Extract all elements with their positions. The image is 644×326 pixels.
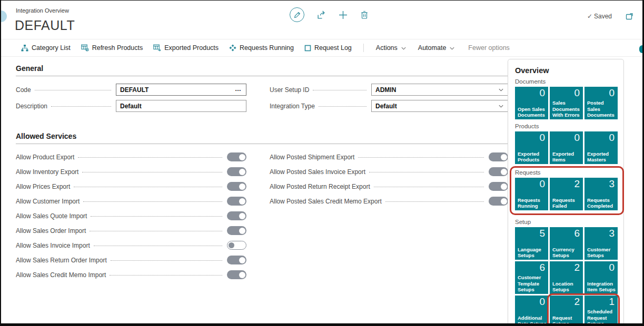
header-action-icons xyxy=(290,7,369,22)
integration-type-select[interactable]: Default xyxy=(371,100,508,112)
tile-customer-template-setups[interactable]: 6Customer Template Setups xyxy=(515,261,548,294)
description-field[interactable]: Default xyxy=(116,100,246,112)
tile-exported-items[interactable]: 0Exported Items xyxy=(550,131,583,164)
tile-currency-setups[interactable]: 6Currency Setups xyxy=(550,227,583,260)
tile-requests-failed[interactable]: 2Requests Failed xyxy=(550,178,583,210)
tile-value: 0 xyxy=(609,132,615,144)
integration-type-field-row: Integration Type Default xyxy=(270,100,508,112)
toggle-allow-posted-return-receipt-export[interactable] xyxy=(489,182,508,191)
toggle-allow-posted-sales-credit-memo-export[interactable] xyxy=(489,197,508,206)
menu-actions[interactable]: Actions xyxy=(370,42,412,54)
action-menus: ActionsAutomate xyxy=(370,42,461,54)
toggle-allow-posted-sales-invoice-export[interactable] xyxy=(489,167,508,176)
tile-additional-data-setups[interactable]: 0Additional Data Setups xyxy=(515,296,548,326)
service-row-allow-posted-sales-invoice-export: Allow Posted Sales Invoice Export xyxy=(270,167,508,176)
breadcrumb[interactable]: Integration Overview xyxy=(16,7,69,14)
tile-scheduled-request-setups[interactable]: 1Scheduled Request Setups xyxy=(584,296,618,326)
toggle-allow-sales-quote-import[interactable] xyxy=(227,211,246,220)
chevron-down-icon xyxy=(401,45,407,51)
general-fields: Code DEFAULT … Description Default xyxy=(16,84,514,116)
integration-type-label: Integration Type xyxy=(270,103,319,110)
tile-label: Requests Failed xyxy=(552,197,582,209)
service-label: Allow Sales Order Import xyxy=(16,227,90,235)
menu-automate[interactable]: Automate xyxy=(412,42,461,54)
toggle-allow-sales-order-import[interactable] xyxy=(227,226,246,235)
action-request-log[interactable]: Request Log xyxy=(299,42,357,54)
popout-icon[interactable] xyxy=(626,12,634,21)
tile-value: 0 xyxy=(539,132,545,144)
tile-location-setups[interactable]: 2Location Setups xyxy=(550,261,583,294)
check-icon: ✓ xyxy=(587,13,592,20)
service-label: Allow Posted Return Receipt Export xyxy=(270,183,374,190)
action-exported-products[interactable]: Exported Products xyxy=(148,42,224,54)
toggle-allow-inventory-export[interactable] xyxy=(227,167,246,176)
general-section-heading[interactable]: General xyxy=(16,64,514,76)
tile-exported-products[interactable]: 0Exported Products xyxy=(515,131,548,164)
add-new-icon[interactable] xyxy=(339,11,348,19)
tile-value: 0 xyxy=(609,262,615,273)
toggle-allow-product-export[interactable] xyxy=(227,152,246,161)
user-setup-id-label: User Setup ID xyxy=(270,86,313,94)
description-label: Description xyxy=(16,103,51,110)
service-label: Allow Sales Credit Memo Import xyxy=(16,271,110,279)
tile-label: Request Setups xyxy=(552,315,582,326)
service-row-allow-sales-order-import: Allow Sales Order Import xyxy=(16,226,246,235)
tile-value: 0 xyxy=(539,296,545,308)
tile-request-setups[interactable]: 2Request Setups xyxy=(550,296,583,326)
integration-overview-window: Integration Overview DEFAULT ✓ Saved xyxy=(0,0,644,326)
main-form: General Code DEFAULT … Description Defau… xyxy=(16,57,514,285)
toggle-allow-sales-credit-memo-import[interactable] xyxy=(227,270,246,279)
service-label: Allow Product Export xyxy=(16,154,78,161)
tile-value: 2 xyxy=(574,262,580,273)
code-field[interactable]: DEFAULT … xyxy=(116,84,246,96)
tile-customer-setups[interactable]: 3Customer Setups xyxy=(584,227,618,260)
action-category-list[interactable]: Category List xyxy=(16,42,76,54)
toggle-allow-sales-return-order-import[interactable] xyxy=(227,256,246,264)
tile-exported-masters[interactable]: 0Exported Masters xyxy=(584,131,618,164)
tile-value: 1 xyxy=(609,296,615,308)
tile-label: Scheduled Request Setups xyxy=(587,309,617,326)
code-label: Code xyxy=(16,86,35,94)
tile-posted-sales-documents[interactable]: 0Posted Sales Documents xyxy=(584,87,618,119)
code-field-row: Code DEFAULT … xyxy=(16,84,246,96)
toggle-allow-customer-import[interactable] xyxy=(227,197,246,206)
allowed-services-section-heading[interactable]: Allowed Services xyxy=(16,132,514,144)
tile-label: Customer Setups xyxy=(587,247,617,258)
action-label: Request Log xyxy=(314,44,352,52)
service-label: Allow Sales Return Order Import xyxy=(16,257,111,264)
tile-value: 0 xyxy=(574,87,580,99)
action-label: Requests Running xyxy=(240,44,294,52)
delete-icon[interactable] xyxy=(360,11,369,19)
group-label: Products xyxy=(515,123,620,129)
fewer-options-button[interactable]: Fewer options xyxy=(463,42,515,54)
toggle-allow-posted-shipment-export[interactable] xyxy=(489,152,508,161)
action-refresh-products[interactable]: Refresh Products xyxy=(76,42,148,54)
tile-label: Currency Setups xyxy=(552,247,582,258)
action-requests-running[interactable]: Requests Running xyxy=(224,42,299,54)
tile-value: 3 xyxy=(609,178,615,190)
edit-pencil-icon[interactable] xyxy=(290,7,304,22)
tile-language-setups[interactable]: 5Language Setups xyxy=(515,227,548,260)
share-icon[interactable] xyxy=(317,11,326,19)
tile-requests-running[interactable]: 0Requests Running xyxy=(515,178,548,210)
tile-value: 2 xyxy=(574,296,580,308)
toggle-allow-sales-invoice-import[interactable] xyxy=(227,241,246,250)
toggle-allow-prices-export[interactable] xyxy=(227,182,246,191)
tile-sales-documents-with-errors[interactable]: 0Sales Documents With Errors xyxy=(550,87,583,119)
user-setup-id-select[interactable]: ADMIN xyxy=(371,84,508,96)
service-row-allow-posted-return-receipt-export: Allow Posted Return Receipt Export xyxy=(270,182,508,191)
menu-label: Automate xyxy=(418,44,447,52)
service-label: Allow Sales Quote Import xyxy=(16,212,91,220)
service-label: Allow Posted Shipment Export xyxy=(270,154,358,161)
tile-integration-item-setups[interactable]: 0Integration Item Setups xyxy=(584,261,618,294)
code-lookup-ellipsis[interactable]: … xyxy=(235,86,242,94)
tile-requests-completed[interactable]: 3Requests Completed xyxy=(584,178,618,210)
tile-open-sales-documents[interactable]: 0Open Sales Documents xyxy=(515,87,548,119)
requests-running-icon xyxy=(229,44,236,52)
request-log-icon xyxy=(304,45,311,52)
tile-label: Additional Data Setups xyxy=(518,315,547,326)
action-bar-divider xyxy=(363,44,364,52)
refresh-products-icon xyxy=(81,44,89,52)
service-row-allow-sales-quote-import: Allow Sales Quote Import xyxy=(16,211,246,220)
tile-label: Requests Running xyxy=(518,197,547,209)
